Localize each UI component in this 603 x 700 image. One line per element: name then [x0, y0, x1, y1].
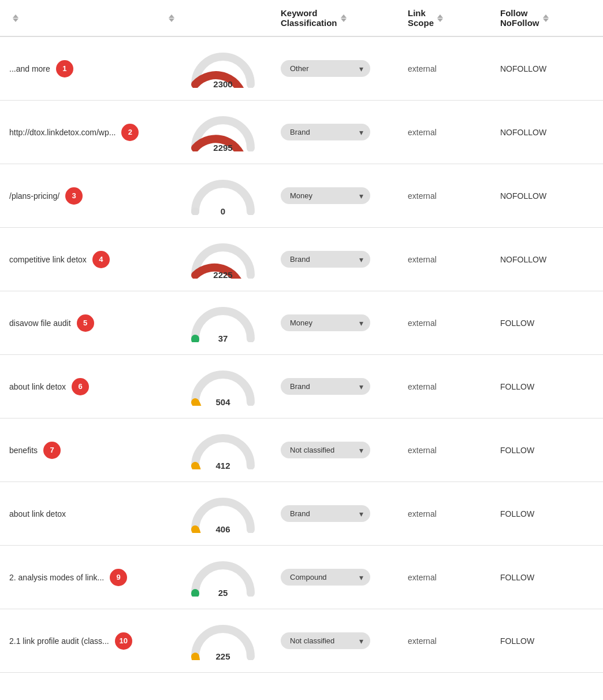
kw-class-select[interactable]: OtherBrandMoneyNot classifiedCompound — [281, 378, 370, 395]
kw-dropdown-wrapper[interactable]: OtherBrandMoneyNot classifiedCompound — [281, 124, 370, 140]
kw-class-cell: OtherBrandMoneyNot classifiedCompound — [281, 60, 408, 77]
follow-nofollow-text: FOLLOW — [500, 446, 534, 455]
kw-class-select[interactable]: OtherBrandMoneyNot classifiedCompound — [281, 505, 370, 522]
scope-cell: external — [408, 128, 500, 137]
gauge-value: 504 — [215, 397, 230, 407]
anchor-text: 2. analysis modes of link... — [9, 573, 104, 582]
follow-sort[interactable] — [543, 14, 549, 22]
kw-dropdown-wrapper[interactable]: OtherBrandMoneyNot classifiedCompound — [281, 569, 370, 586]
kw-dropdown-wrapper[interactable]: OtherBrandMoneyNot classifiedCompound — [281, 632, 370, 649]
table-row: /plans-pricing/3 0OtherBrandMoneyNot cla… — [0, 164, 603, 228]
gauge-value: 406 — [215, 524, 230, 534]
kw-class-select[interactable]: OtherBrandMoneyNot classifiedCompound — [281, 187, 370, 204]
link-scope-sort[interactable] — [437, 14, 443, 22]
kw-class-cell: OtherBrandMoneyNot classifiedCompound — [281, 569, 408, 586]
scope-text: external — [408, 191, 437, 201]
follow-cell: FOLLOW — [500, 509, 603, 518]
kw-class-select[interactable]: OtherBrandMoneyNot classifiedCompound — [281, 60, 370, 77]
sort-up-icon[interactable] — [341, 14, 347, 18]
gauge-value: 0 — [221, 206, 225, 216]
sort-down-icon[interactable] — [543, 18, 549, 22]
table-row: about link detox 406OtherBrandMoneyNot c… — [0, 482, 603, 546]
anchor-text: http://dtox.linkdetox.com/wp... — [9, 128, 116, 137]
sort-down-icon[interactable] — [341, 18, 347, 22]
kw-class-cell: OtherBrandMoneyNot classifiedCompound — [281, 251, 408, 268]
table-row: benefits7 412OtherBrandMoneyNot classifi… — [0, 418, 603, 482]
anchor-sort[interactable] — [13, 14, 18, 22]
gauge-cell: 0 — [165, 176, 281, 216]
scope-cell: external — [408, 382, 500, 391]
kw-dropdown-wrapper[interactable]: OtherBrandMoneyNot classifiedCompound — [281, 60, 370, 77]
header-kw-class: KeywordClassification — [281, 8, 408, 28]
follow-nofollow-text: FOLLOW — [500, 573, 534, 582]
follow-cell: FOLLOW — [500, 318, 603, 328]
follow-nofollow-text: NOFOLLOW — [500, 255, 546, 264]
gauge-cell: 225 — [165, 621, 281, 661]
gauge-cell: 412 — [165, 430, 281, 471]
anchor-cell: disavow file audit5 — [9, 314, 165, 332]
link-scope-header-label: LinkScope — [408, 8, 434, 28]
kw-class-select[interactable]: OtherBrandMoneyNot classifiedCompound — [281, 442, 370, 458]
row-badge: 9 — [110, 569, 127, 586]
table-row: http://dtox.linkdetox.com/wp...2 2295Oth… — [0, 101, 603, 164]
anchor-text: about link detox — [9, 382, 66, 391]
anchor-text: benefits — [9, 446, 38, 455]
sort-down-icon[interactable] — [169, 18, 174, 22]
row-badge: 7 — [43, 442, 61, 459]
follow-cell: FOLLOW — [500, 573, 603, 582]
kw-class-select[interactable]: OtherBrandMoneyNot classifiedCompound — [281, 124, 370, 140]
gauge-value: 412 — [215, 461, 230, 471]
scope-cell: external — [408, 64, 500, 73]
gauge-value: 225 — [215, 651, 230, 661]
row-badge: 4 — [92, 251, 110, 268]
kw-class-cell: OtherBrandMoneyNot classifiedCompound — [281, 505, 408, 522]
scope-text: external — [408, 573, 437, 582]
dtoxrisk-sort[interactable] — [169, 14, 174, 22]
anchor-text: about link detox — [9, 509, 66, 518]
gauge-cell: 37 — [165, 303, 281, 343]
gauge-value: 37 — [218, 334, 228, 343]
follow-header-label: FollowNoFollow — [500, 8, 539, 28]
anchor-text: disavow file audit — [9, 318, 71, 328]
follow-nofollow-text: FOLLOW — [500, 509, 534, 518]
header-dtoxrisk — [165, 14, 281, 22]
gauge-cell: 2225 — [165, 239, 281, 280]
anchor-text: ...and more — [9, 64, 50, 73]
anchor-cell: benefits7 — [9, 442, 165, 459]
anchor-cell: 2. analysis modes of link...9 — [9, 569, 165, 586]
anchor-cell: http://dtox.linkdetox.com/wp...2 — [9, 124, 165, 141]
scope-text: external — [408, 636, 437, 646]
scope-cell: external — [408, 318, 500, 328]
kw-class-sort[interactable] — [341, 14, 347, 22]
scope-cell: external — [408, 573, 500, 582]
follow-nofollow-text: NOFOLLOW — [500, 64, 546, 73]
sort-up-icon[interactable] — [437, 14, 443, 18]
kw-class-select[interactable]: OtherBrandMoneyNot classifiedCompound — [281, 632, 370, 649]
kw-dropdown-wrapper[interactable]: OtherBrandMoneyNot classifiedCompound — [281, 442, 370, 458]
kw-class-select[interactable]: OtherBrandMoneyNot classifiedCompound — [281, 569, 370, 586]
sort-up-icon[interactable] — [543, 14, 549, 18]
kw-dropdown-wrapper[interactable]: OtherBrandMoneyNot classifiedCompound — [281, 314, 370, 331]
scope-text: external — [408, 446, 437, 455]
kw-class-cell: OtherBrandMoneyNot classifiedCompound — [281, 187, 408, 204]
kw-class-cell: OtherBrandMoneyNot classifiedCompound — [281, 378, 408, 395]
sort-down-icon[interactable] — [13, 18, 18, 22]
kw-class-select[interactable]: OtherBrandMoneyNot classifiedCompound — [281, 251, 370, 268]
kw-dropdown-wrapper[interactable]: OtherBrandMoneyNot classifiedCompound — [281, 505, 370, 522]
kw-dropdown-wrapper[interactable]: OtherBrandMoneyNot classifiedCompound — [281, 187, 370, 204]
sort-up-icon[interactable] — [13, 14, 18, 18]
follow-cell: NOFOLLOW — [500, 191, 603, 201]
kw-dropdown-wrapper[interactable]: OtherBrandMoneyNot classifiedCompound — [281, 378, 370, 395]
kw-class-cell: OtherBrandMoneyNot classifiedCompound — [281, 124, 408, 140]
kw-class-select[interactable]: OtherBrandMoneyNot classifiedCompound — [281, 314, 370, 331]
anchor-cell: 2.1 link profile audit (class...10 — [9, 632, 165, 650]
sort-up-icon[interactable] — [169, 14, 174, 18]
table-row: 2. analysis modes of link...9 25OtherBra… — [0, 546, 603, 609]
sort-down-icon[interactable] — [437, 18, 443, 22]
follow-cell: NOFOLLOW — [500, 64, 603, 73]
follow-nofollow-text: NOFOLLOW — [500, 191, 546, 201]
anchor-cell: about link detox — [9, 509, 165, 518]
kw-dropdown-wrapper[interactable]: OtherBrandMoneyNot classifiedCompound — [281, 251, 370, 268]
follow-nofollow-text: FOLLOW — [500, 382, 534, 391]
gauge-cell: 406 — [165, 494, 281, 534]
